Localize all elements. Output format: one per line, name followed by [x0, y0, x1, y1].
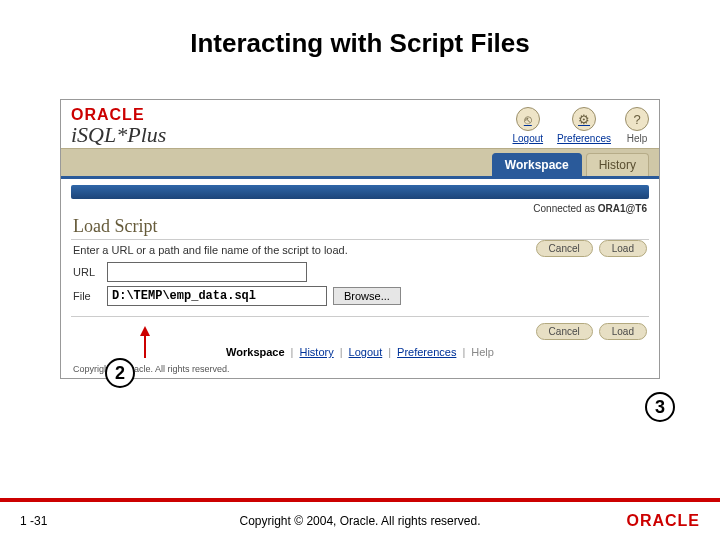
brand-column: ORACLE iSQL*Plus: [71, 106, 166, 148]
app-header: ORACLE iSQL*Plus ⎋ Logout ⚙ Preferences …: [61, 100, 659, 148]
url-row: URL: [73, 262, 647, 282]
top-nav: ⎋ Logout ⚙ Preferences ? Help: [512, 107, 649, 148]
blue-bar: [71, 185, 649, 199]
arrow-icon: [140, 326, 150, 336]
footer-workspace[interactable]: Workspace: [226, 346, 285, 358]
load-form: Cancel Load Enter a URL or a path and fi…: [61, 240, 659, 316]
nav-help-label: Help: [627, 133, 648, 144]
file-label: File: [73, 290, 101, 302]
sep: |: [388, 346, 391, 358]
slide-copyright: Copyright © 2004, Oracle. All rights res…: [0, 514, 720, 528]
file-row: File Browse...: [73, 286, 647, 306]
arrow-line: [144, 336, 146, 358]
nav-preferences[interactable]: ⚙ Preferences: [557, 107, 611, 144]
preferences-icon: ⚙: [572, 107, 596, 131]
footer-preferences[interactable]: Preferences: [397, 346, 456, 358]
slide-footer: 1 -31 Copyright © 2004, Oracle. All righ…: [0, 498, 720, 540]
nav-logout[interactable]: ⎋ Logout: [512, 107, 543, 144]
inner-copyright: Copyright ... Oracle. All rights reserve…: [61, 364, 659, 378]
callout-3-label: 3: [655, 397, 665, 418]
sep: |: [462, 346, 465, 358]
nav-logout-label: Logout: [512, 133, 543, 144]
logout-icon: ⎋: [516, 107, 540, 131]
tab-workspace[interactable]: Workspace: [492, 153, 582, 176]
tabs-row: Workspace History: [61, 148, 659, 179]
connected-prefix: Connected as: [533, 203, 598, 214]
slide-title: Interacting with Script Files: [0, 28, 720, 59]
app-window: ORACLE iSQL*Plus ⎋ Logout ⚙ Preferences …: [60, 99, 660, 379]
help-icon: ?: [625, 107, 649, 131]
load-button-bottom[interactable]: Load: [599, 323, 647, 340]
sep: |: [291, 346, 294, 358]
top-button-group: Cancel Load: [536, 240, 647, 257]
browse-button[interactable]: Browse...: [333, 287, 401, 305]
cancel-button-bottom[interactable]: Cancel: [536, 323, 593, 340]
bottom-button-group: Cancel Load: [61, 317, 659, 344]
url-input[interactable]: [107, 262, 307, 282]
load-button-top[interactable]: Load: [599, 240, 647, 257]
callout-2-label: 2: [115, 363, 125, 384]
footer-help[interactable]: Help: [471, 346, 494, 358]
section-title: Load Script: [61, 214, 659, 239]
footer-history[interactable]: History: [299, 346, 333, 358]
connected-user: ORA1@T6: [598, 203, 647, 214]
url-label: URL: [73, 266, 101, 278]
isqlplus-logo: iSQL*Plus: [71, 122, 166, 148]
inner-footer-nav: Workspace | History | Logout | Preferenc…: [61, 344, 659, 364]
file-input[interactable]: [107, 286, 327, 306]
nav-help[interactable]: ? Help: [625, 107, 649, 144]
nav-preferences-label: Preferences: [557, 133, 611, 144]
footer-logout[interactable]: Logout: [349, 346, 383, 358]
cancel-button-top[interactable]: Cancel: [536, 240, 593, 257]
callout-3: 3: [645, 392, 675, 422]
callout-2: 2: [105, 358, 135, 388]
sep: |: [340, 346, 343, 358]
tab-history[interactable]: History: [586, 153, 649, 176]
connected-status: Connected as ORA1@T6: [61, 203, 659, 214]
